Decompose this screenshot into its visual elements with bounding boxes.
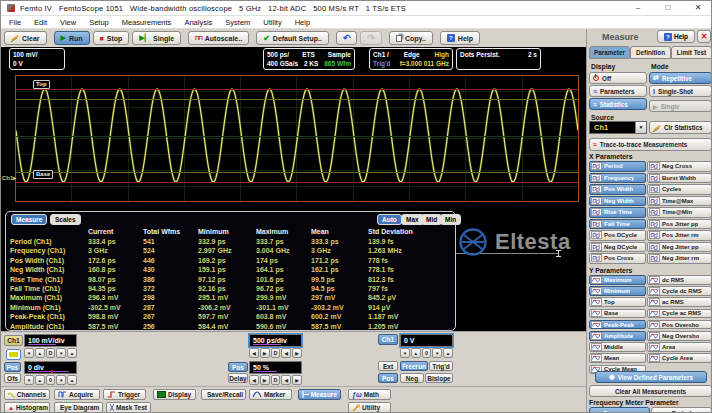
spin-down-fine-icon[interactable]: ▼ xyxy=(56,375,66,385)
freq-meter-period-button[interactable]: Period xyxy=(651,407,712,413)
spin-down-fine-icon[interactable]: ▼ xyxy=(56,348,66,358)
x-parameter-button[interactable]: Pos DCycle xyxy=(589,230,646,241)
x-parameter-button[interactable]: Fall Time xyxy=(589,219,646,230)
spin-default-button[interactable]: D xyxy=(271,348,281,358)
minimize-button[interactable]: – xyxy=(623,1,653,15)
vertical-scale-display[interactable]: 100 mV/div xyxy=(24,334,77,347)
spin-up-fine-icon[interactable]: ▲ xyxy=(67,348,77,358)
panel-close-button[interactable]: ✕ xyxy=(697,30,711,43)
spin-zero-button[interactable]: 0 xyxy=(46,375,56,385)
y-parameter-button[interactable]: Pos Oversho xyxy=(647,320,712,330)
menu-item[interactable]: Analysis xyxy=(184,18,212,27)
vertical-ofs-button[interactable]: Ofs xyxy=(4,373,21,383)
y-parameter-button[interactable]: ac RMS xyxy=(647,297,712,307)
mask-test-button[interactable]: Mask Test xyxy=(106,402,151,413)
display-menu-button[interactable]: Display xyxy=(153,389,196,400)
y-parameter-button[interactable]: Top xyxy=(589,297,646,307)
spin-right-icon[interactable]: ▶ xyxy=(260,375,270,385)
base-marker-label[interactable]: Base xyxy=(33,170,53,179)
spin-right-icon[interactable]: ▶ xyxy=(260,348,270,358)
trigger-source-button[interactable]: Ch1 xyxy=(378,334,398,345)
x-parameter-button[interactable]: Rise Time xyxy=(589,207,646,218)
menu-item[interactable]: Help xyxy=(295,18,310,27)
y-parameter-button[interactable]: Cycle Area xyxy=(647,353,712,363)
trigger-level-display[interactable]: 0 V xyxy=(400,334,453,347)
view-defined-parameters-button[interactable]: ◉View Defined Parameters xyxy=(595,371,707,383)
horizontal-pos-button[interactable]: Pos xyxy=(228,362,248,372)
clr-statistics-button[interactable]: Clr Statistics xyxy=(649,121,712,134)
redo-button[interactable]: ↷ xyxy=(360,31,382,45)
y-parameter-button[interactable]: Maximum xyxy=(589,275,646,285)
x-parameter-button[interactable]: Neg Cross xyxy=(647,161,712,172)
channel-marker[interactable]: Ch1▸ xyxy=(2,174,16,181)
maximize-button[interactable]: □ xyxy=(653,1,683,15)
x-parameter-button[interactable]: Period xyxy=(589,161,646,172)
y-parameter-button[interactable]: Cycle dc RMS xyxy=(647,286,712,296)
view-auto-button[interactable]: Auto xyxy=(377,214,402,225)
x-parameter-button[interactable]: Pos Jitter pp xyxy=(647,219,712,230)
y-parameter-button[interactable]: Amplitude xyxy=(589,331,646,341)
x-parameter-button[interactable]: Burst Width xyxy=(647,173,712,184)
x-parameter-button[interactable]: Neg Jitter rm xyxy=(647,253,712,264)
delay-display[interactable]: 50 % xyxy=(249,361,302,374)
x-parameter-button[interactable]: Pos Cross xyxy=(589,253,646,264)
spin-up-fine-icon[interactable]: ▲ xyxy=(443,348,453,358)
spin-up-icon[interactable]: ▲ xyxy=(35,348,45,358)
single-acquire-button[interactable]: ▶Single xyxy=(649,100,712,112)
copy-button[interactable]: Copy.. xyxy=(389,31,433,45)
display-statistics-button[interactable]: ≈Statistics xyxy=(589,98,647,110)
spin-default-button[interactable]: D xyxy=(46,348,56,358)
menu-item[interactable]: System xyxy=(225,18,250,27)
display-parameters-button[interactable]: ≡Parameters xyxy=(589,85,647,97)
spin-right-fine-icon[interactable]: ▶ xyxy=(292,348,302,358)
y-parameter-button[interactable]: dc RMS xyxy=(647,275,712,285)
trigger-menu-button[interactable]: Trigger xyxy=(103,389,146,400)
top-marker-label[interactable]: Top xyxy=(33,80,50,89)
run-button[interactable]: ▶Run xyxy=(54,31,90,45)
bislope-button[interactable]: Bislope xyxy=(425,373,453,383)
panel-tab[interactable]: Definition xyxy=(630,46,671,59)
delay-button[interactable]: Delay xyxy=(228,373,248,383)
channels-button[interactable]: Channels xyxy=(4,389,50,400)
menu-item[interactable]: Utility xyxy=(263,18,281,27)
panel-tab[interactable]: Limit Test xyxy=(671,46,712,59)
tab-scales[interactable]: Scales xyxy=(50,214,81,225)
single-button[interactable]: ▶▏Single xyxy=(132,31,181,45)
measure-button[interactable]: Measure xyxy=(298,389,341,400)
freq-meter-frequency-button[interactable]: Frequency xyxy=(589,407,650,413)
slope-neg-button[interactable]: Neg xyxy=(400,373,424,383)
menu-item[interactable]: View xyxy=(60,18,76,27)
vertical-pos-button[interactable]: Pos xyxy=(4,362,21,372)
spin-up-icon[interactable]: ▲ xyxy=(35,375,45,385)
close-button[interactable]: ✕ xyxy=(683,1,712,15)
channel1-button[interactable]: Ch1 xyxy=(4,335,23,346)
stop-button[interactable]: ■Stop xyxy=(93,31,130,45)
trigd-button[interactable]: Trig'd xyxy=(429,361,453,371)
x-parameter-button[interactable]: Neg Jitter pp xyxy=(647,242,712,253)
y-parameter-button[interactable]: Neg Oversho xyxy=(647,331,712,341)
ext-trigger-button[interactable]: Ext xyxy=(378,361,398,371)
math-button[interactable]: ƒωMath xyxy=(348,389,391,400)
utility-button[interactable]: Utility xyxy=(348,402,391,413)
y-parameter-button[interactable]: Middle xyxy=(589,342,646,352)
acquire-button[interactable]: Acquire xyxy=(54,389,100,400)
undo-button[interactable]: ↶ xyxy=(336,31,358,45)
spin-down-icon[interactable]: ▼ xyxy=(400,348,410,358)
chevron-down-icon[interactable]: ▼ xyxy=(635,122,646,133)
slope-pos-button[interactable]: Pos xyxy=(378,373,398,383)
save-recall-button[interactable]: Save/Recall xyxy=(201,389,246,400)
y-parameter-button[interactable]: Minimum xyxy=(589,286,646,296)
mode-single-shot-button[interactable]: ISingle-Shot xyxy=(649,85,712,97)
panel-help-button[interactable]: ?Help xyxy=(657,30,695,43)
y-parameter-button[interactable]: Area xyxy=(647,342,712,352)
spin-down-icon[interactable]: ▼ xyxy=(24,348,34,358)
source-dropdown[interactable]: Ch1▼ xyxy=(589,121,647,134)
spin-right-fine-icon[interactable]: ▶ xyxy=(292,375,302,385)
x-parameter-button[interactable]: Time@Max xyxy=(647,196,712,207)
y-parameter-button[interactable]: Peak-Peak xyxy=(589,320,646,330)
y-parameter-button[interactable]: Cycle ac RMS xyxy=(647,309,712,319)
x-parameter-button[interactable]: Pos Width xyxy=(589,184,646,195)
spin-up-icon[interactable]: ▲ xyxy=(411,348,421,358)
autoscale-button[interactable]: ΠΠAutoscale.. xyxy=(188,31,249,45)
x-parameter-button[interactable]: Neg Width xyxy=(589,196,646,207)
